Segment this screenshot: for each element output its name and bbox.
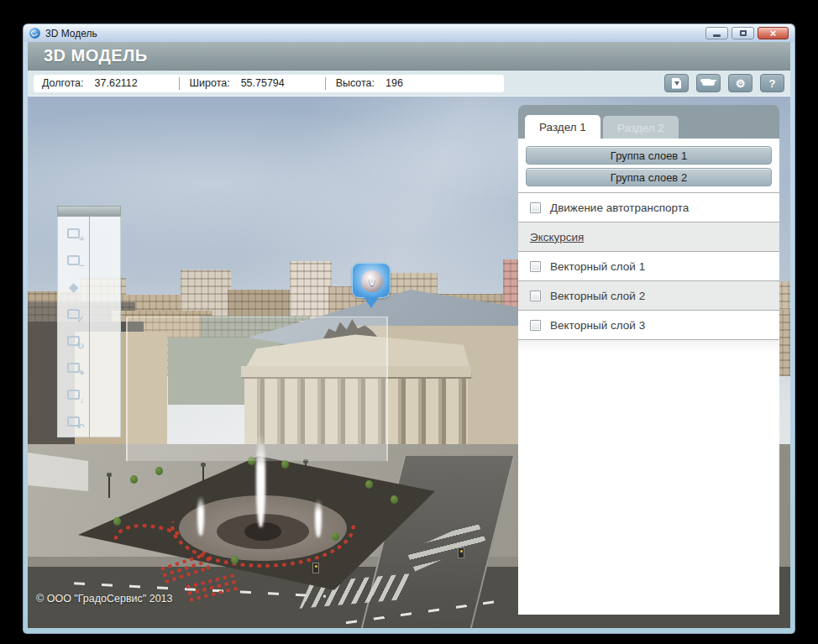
- title-bar[interactable]: 3D Модель ×: [23, 24, 795, 42]
- checkbox[interactable]: [530, 291, 541, 301]
- lamp-post: [108, 476, 110, 498]
- longitude-value: 37.62112: [95, 77, 179, 89]
- latitude-value: 55.75794: [241, 77, 325, 89]
- layer-label: Векторный слой 2: [550, 290, 645, 302]
- palette-body: + − ◆ ✓ ↻ ↷ ↓ ↶: [57, 217, 121, 437]
- tree: [113, 517, 121, 526]
- window-title: 3D Модель: [45, 28, 97, 39]
- panel-body: Группа слоев 1 Группа слоев 2 Движение а…: [518, 139, 779, 615]
- tree: [365, 480, 373, 489]
- palette-header[interactable]: [57, 206, 121, 217]
- traffic-light: [458, 547, 464, 558]
- altitude-label: Высота:: [336, 77, 375, 89]
- checkbox[interactable]: [530, 320, 541, 331]
- layer-group-2-button[interactable]: Группа слоев 2: [526, 168, 772, 186]
- weather-button[interactable]: [696, 74, 721, 92]
- tree: [130, 475, 138, 484]
- remove-object-icon: [67, 255, 80, 265]
- layer-row[interactable]: Векторный слой 1: [518, 252, 779, 281]
- maximize-icon: [740, 30, 747, 36]
- toolbar: Долгота: 37.62112 Широта: 55.75794 Высот…: [28, 71, 790, 96]
- window-frame: 3D МОДЕЛЬ Долгота: 37.62112 Широта: 55.7…: [23, 42, 795, 634]
- model-cube-button[interactable]: ◆: [63, 277, 85, 296]
- lamp-post: [202, 466, 204, 488]
- maximize-button[interactable]: [731, 27, 754, 39]
- checkbox[interactable]: [530, 202, 541, 213]
- fountain-spray: [315, 499, 322, 537]
- layer-label: Векторный слой 3: [550, 319, 645, 332]
- layer-label: Движение автотранспорта: [550, 202, 689, 214]
- minimize-button[interactable]: [705, 27, 728, 39]
- traffic-light: [312, 563, 319, 573]
- refresh-object-button[interactable]: ↻: [63, 331, 85, 350]
- tree: [231, 556, 239, 564]
- import-object-button[interactable]: ↓: [63, 385, 85, 404]
- undo-object-button[interactable]: ↶: [63, 411, 85, 431]
- 3d-viewport[interactable]: v + − ◆ ✓ ↻ ↷ ↓ ↶: [28, 96, 790, 628]
- divider: [325, 77, 326, 90]
- fountain-spray: [197, 495, 204, 536]
- longitude-label: Долгота:: [42, 77, 84, 89]
- gear-icon: ⚙: [736, 77, 746, 90]
- layer-group-1-button[interactable]: Группа слоев 1: [526, 146, 772, 165]
- excursion-link[interactable]: Экскурсия: [530, 231, 584, 243]
- add-object-icon: [67, 228, 80, 238]
- divider: [179, 77, 180, 90]
- help-button[interactable]: ?: [760, 74, 784, 92]
- rotate-object-button[interactable]: ↷: [63, 358, 85, 377]
- layer-row[interactable]: Векторный слой 3: [518, 311, 779, 340]
- layer-row[interactable]: Движение автотранспорта: [518, 193, 779, 223]
- minimize-icon: [713, 34, 721, 37]
- layer-label: Векторный слой 1: [550, 260, 645, 273]
- remove-object-button[interactable]: −: [63, 250, 85, 270]
- tree: [155, 467, 163, 475]
- layer-row[interactable]: Векторный слой 2: [518, 281, 779, 311]
- add-object-button[interactable]: +: [63, 223, 85, 243]
- tab-razdel-2[interactable]: Раздел 2: [603, 116, 679, 139]
- tree: [332, 532, 339, 541]
- lamp-post: [305, 463, 307, 484]
- tree: [391, 495, 398, 504]
- latitude-label: Широта:: [190, 77, 230, 89]
- altitude-value: 196: [385, 77, 436, 89]
- page-down-arrow-icon: [672, 78, 681, 89]
- coordinates-bar: Долгота: 37.62112 Широта: 55.75794 Высот…: [34, 75, 504, 92]
- garden-square: [53, 452, 473, 593]
- layers-panel: Раздел 1 Раздел 2 Группа слоев 1 Группа …: [518, 105, 779, 615]
- checkbox[interactable]: [530, 261, 541, 272]
- app-header: 3D МОДЕЛЬ: [28, 42, 790, 71]
- clouds-icon: [702, 81, 715, 86]
- apply-check-button[interactable]: ✓: [63, 304, 85, 323]
- tab-razdel-1[interactable]: Раздел 1: [525, 115, 600, 139]
- marker-check-icon: v: [361, 270, 383, 292]
- copyright-text: © ООО "ГрадоСервис" 2013: [36, 593, 173, 605]
- tree: [281, 460, 289, 469]
- map-marker-check[interactable]: v: [352, 263, 391, 298]
- layer-row[interactable]: Экскурсия: [518, 223, 779, 252]
- close-button[interactable]: ×: [758, 27, 789, 39]
- fountain-pedestal: [244, 522, 281, 541]
- selection-highlight: [126, 317, 388, 461]
- screenshot-export-button[interactable]: [664, 74, 689, 92]
- import-icon: [67, 390, 80, 400]
- marker-tail: [364, 297, 379, 316]
- page-title: 3D МОДЕЛЬ: [44, 46, 148, 65]
- settings-button[interactable]: ⚙: [728, 74, 752, 92]
- app-window: 3D Модель × 3D МОДЕЛЬ Долгота: 37.62112 …: [23, 24, 795, 634]
- tab-strip: Раздел 1 Раздел 2: [518, 105, 779, 139]
- panel-empty-area: [518, 340, 779, 352]
- question-mark-icon: ?: [769, 77, 776, 90]
- tool-palette[interactable]: + − ◆ ✓ ↻ ↷ ↓ ↶: [57, 206, 121, 437]
- globe-icon: [29, 28, 40, 39]
